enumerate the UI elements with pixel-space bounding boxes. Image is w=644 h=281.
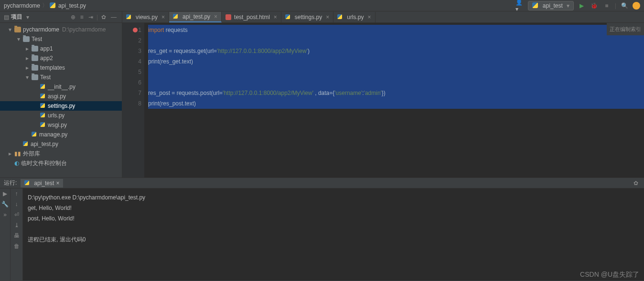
python-file-icon — [40, 103, 46, 109]
tree-node-folder[interactable]: Test — [0, 34, 122, 44]
tree-node-scratch[interactable]: ◐临时文件和控制台 — [0, 158, 122, 168]
code-content[interactable]: 正在编制索引 import requests res_get = request… — [144, 23, 644, 177]
down-step-icon[interactable]: ↓ — [15, 201, 18, 208]
close-icon[interactable]: × — [56, 180, 59, 187]
python-file-icon — [23, 141, 29, 147]
python-file-icon — [40, 122, 46, 128]
python-file-icon — [337, 14, 343, 20]
scroll-icon[interactable]: ⤓ — [14, 222, 19, 229]
breadcrumb-file[interactable]: api_test.py — [58, 2, 86, 9]
close-icon[interactable]: × — [368, 14, 371, 21]
tree-node-file-selected[interactable]: settings.py — [0, 101, 122, 111]
tab-test-post[interactable]: test_post.html× — [222, 12, 281, 22]
console-output[interactable]: D:\py\python.exe D:\pycharmdome\api_test… — [23, 188, 644, 281]
hide-icon[interactable]: — — [109, 14, 118, 21]
python-icon — [532, 2, 539, 9]
python-file-icon — [40, 84, 46, 90]
tab-urls[interactable]: urls.py× — [333, 12, 375, 22]
run-config-label: api_test — [543, 2, 563, 9]
python-icon — [24, 180, 30, 186]
python-file-icon — [40, 113, 46, 118]
folder-icon — [32, 74, 38, 80]
python-file-icon — [285, 14, 291, 20]
indexing-status: 正在编制索引 — [607, 23, 644, 35]
project-tool-icon: ▤ — [4, 14, 9, 21]
html-file-icon — [225, 14, 231, 20]
run-toolbar-2: ↑ ↓ ⏎ ⤓ 🖶 🗑 — [11, 188, 23, 281]
tree-node-file[interactable]: api_test.py — [0, 139, 122, 149]
tree-node-file[interactable]: wsgi.py — [0, 120, 122, 130]
tree-node-external[interactable]: ▮▮外部库 — [0, 149, 122, 158]
project-sidebar: ▤ 项目 ⊕ ≡ ⇥ | ✿ — pycharmdomeD:\pycharmdo… — [0, 11, 122, 177]
folder-icon — [23, 36, 30, 42]
wrap-icon[interactable]: ⏎ — [14, 211, 19, 218]
run-tab[interactable]: api_test× — [21, 179, 63, 187]
close-icon[interactable]: × — [274, 14, 277, 21]
folder-icon — [32, 46, 38, 52]
python-file-icon — [40, 94, 46, 99]
trash-icon[interactable]: 🗑 — [14, 243, 20, 250]
breadcrumb-sep: 〉 — [42, 1, 48, 10]
folder-icon — [14, 27, 21, 32]
tree-node-folder[interactable]: templates — [0, 63, 122, 73]
tree-node-file[interactable]: asgi.py — [0, 92, 122, 101]
sidebar-header: ▤ 项目 ⊕ ≡ ⇥ | ✿ — — [0, 11, 122, 23]
library-icon: ▮▮ — [14, 150, 21, 157]
close-icon[interactable]: × — [326, 14, 329, 21]
tool-icon[interactable]: 🔧 — [1, 201, 9, 208]
search-icon[interactable]: 🔍 — [620, 1, 629, 10]
run-toolbar-left: ▶ 🔧 » — [0, 188, 11, 281]
down-icon[interactable]: » — [3, 211, 7, 218]
close-icon[interactable]: × — [161, 14, 165, 21]
tree-node-folder[interactable]: Test — [0, 73, 122, 82]
add-user-icon[interactable]: 👤▾ — [515, 1, 524, 10]
collapse-icon[interactable]: ⇥ — [87, 14, 95, 21]
project-tree[interactable]: pycharmdomeD:\pycharmdome Test app1 app2… — [0, 23, 122, 177]
chevron-down-icon — [565, 2, 569, 9]
run-body: ▶ 🔧 » ↑ ↓ ⏎ ⤓ 🖶 🗑 D:\py\python.exe D:\py… — [0, 188, 644, 281]
tree-node-root[interactable]: pycharmdomeD:\pycharmdome — [0, 25, 122, 34]
folder-icon — [32, 65, 38, 71]
tree-node-file[interactable]: manage.py — [0, 130, 122, 139]
tree-node-file[interactable]: __init__.py — [0, 82, 122, 92]
run-panel: 运行: api_test× ✿ ▶ 🔧 » ↑ ↓ ⏎ ⤓ 🖶 🗑 D:\py\… — [0, 177, 644, 281]
line-gutter[interactable]: 12345678 — [122, 23, 144, 177]
watermark: CSDN @U盘失踪了 — [580, 271, 639, 279]
run-settings-icon[interactable]: ✿ — [632, 179, 640, 187]
top-toolbar: pycharmdome 〉 api_test.py 👤▾ api_test ▶ … — [0, 0, 644, 11]
sidebar-title: 项目 — [11, 13, 22, 21]
tree-node-folder[interactable]: app1 — [0, 44, 122, 53]
breadcrumb-project[interactable]: pycharmdome — [4, 2, 40, 9]
print-icon[interactable]: 🖶 — [14, 232, 20, 239]
run-config-selector[interactable]: api_test — [528, 1, 574, 10]
run-header: 运行: api_test× ✿ — [0, 178, 644, 188]
editor-tabs: views.py× api_test.py× test_post.html× s… — [122, 11, 644, 23]
folder-icon — [32, 55, 38, 61]
debug-button[interactable]: 🐞 — [590, 1, 599, 10]
rerun-icon[interactable]: ▶ — [3, 190, 7, 197]
stop-button[interactable]: ■ — [602, 1, 611, 10]
editor-area: views.py× api_test.py× test_post.html× s… — [122, 11, 644, 177]
run-label: 运行: — [4, 179, 17, 187]
python-file-icon — [32, 132, 37, 137]
expand-icon[interactable]: ≡ — [79, 14, 85, 21]
run-button[interactable]: ▶ — [578, 1, 586, 10]
settings-icon[interactable]: ✿ — [100, 14, 107, 21]
tab-settings[interactable]: settings.py× — [281, 12, 333, 22]
update-indicator-icon[interactable] — [633, 2, 640, 10]
tab-api-test[interactable]: api_test.py× — [169, 12, 222, 22]
main-area: ▤ 项目 ⊕ ≡ ⇥ | ✿ — pycharmdomeD:\pycharmdo… — [0, 11, 644, 177]
tree-node-folder[interactable]: app2 — [0, 53, 122, 63]
chevron-down-icon[interactable] — [24, 14, 29, 21]
tree-node-file[interactable]: urls.py — [0, 111, 122, 120]
python-file-icon — [126, 14, 132, 20]
breakpoint-icon[interactable] — [133, 28, 138, 32]
code-editor[interactable]: 12345678 正在编制索引 import requests res_get … — [122, 23, 644, 177]
tab-views[interactable]: views.py× — [122, 12, 169, 22]
python-file-icon — [50, 2, 56, 9]
scratch-icon: ◐ — [14, 160, 19, 167]
python-file-icon — [173, 14, 179, 20]
close-icon[interactable]: × — [214, 13, 217, 20]
locate-icon[interactable]: ⊕ — [69, 14, 77, 21]
up-step-icon[interactable]: ↑ — [15, 190, 18, 197]
